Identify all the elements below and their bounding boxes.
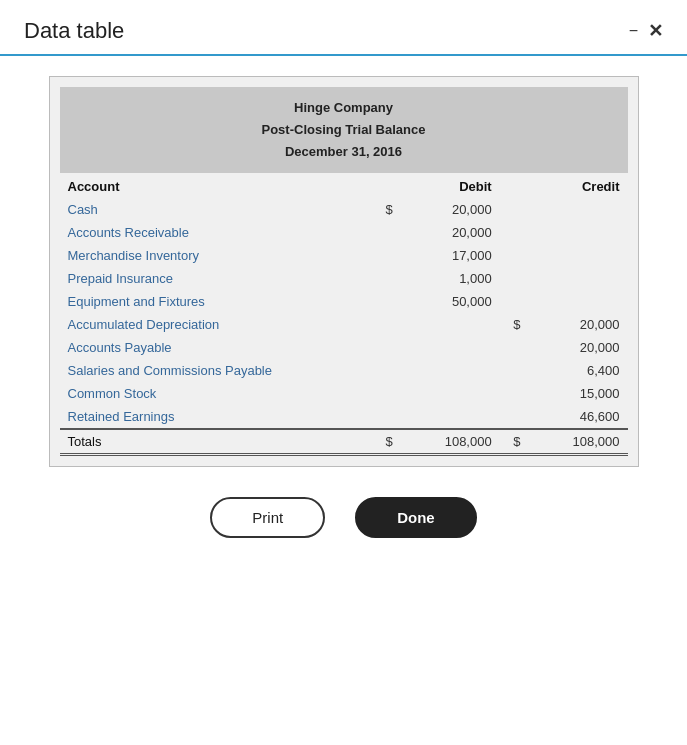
account-cell: Accounts Payable [60, 336, 372, 359]
account-cell: Prepaid Insurance [60, 267, 372, 290]
debit-dollar-cell [372, 290, 401, 313]
credit-dollar-cell [500, 221, 529, 244]
table-row: Accounts Receivable20,000 [60, 221, 628, 244]
account-cell: Accounts Receivable [60, 221, 372, 244]
credit-dollar-cell [500, 359, 529, 382]
credit-dollar-cell: $ [500, 313, 529, 336]
debit-value-cell [401, 336, 500, 359]
account-cell: Accumulated Depreciation [60, 313, 372, 336]
credit-value-cell [528, 267, 627, 290]
column-headers: Account Debit Credit [60, 173, 628, 198]
debit-value-cell [401, 313, 500, 336]
credit-dollar-header [500, 173, 529, 198]
table-row: Common Stock15,000 [60, 382, 628, 405]
account-cell: Retained Earnings [60, 405, 372, 429]
table-row: Accumulated Depreciation$20,000 [60, 313, 628, 336]
table-row: Prepaid Insurance1,000 [60, 267, 628, 290]
account-header: Account [60, 173, 372, 198]
debit-dollar-cell [372, 359, 401, 382]
close-button[interactable]: ✕ [648, 22, 663, 40]
done-button[interactable]: Done [355, 497, 477, 538]
credit-dollar-cell [500, 405, 529, 429]
debit-dollar-cell [372, 267, 401, 290]
company-name: Hinge Company [65, 97, 623, 119]
account-cell: Common Stock [60, 382, 372, 405]
credit-value-cell: 15,000 [528, 382, 627, 405]
account-cell: Salaries and Commissions Payable [60, 359, 372, 382]
debit-dollar-cell [372, 336, 401, 359]
debit-value-cell: 1,000 [401, 267, 500, 290]
credit-value-cell [528, 221, 627, 244]
credit-dollar-cell [500, 267, 529, 290]
debit-header: Debit [401, 173, 500, 198]
account-cell: Cash [60, 198, 372, 221]
account-cell: Equipment and Fixtures [60, 290, 372, 313]
account-cell: Merchandise Inventory [60, 244, 372, 267]
credit-dollar-cell [500, 336, 529, 359]
print-button[interactable]: Print [210, 497, 325, 538]
debit-dollar-cell [372, 244, 401, 267]
credit-value-cell [528, 290, 627, 313]
totals-row: Totals$108,000$108,000 [60, 429, 628, 455]
debit-value-cell: 50,000 [401, 290, 500, 313]
credit-dollar-cell [500, 198, 529, 221]
table-row: Accounts Payable20,000 [60, 336, 628, 359]
table-container: Hinge Company Post-Closing Trial Balance… [49, 76, 639, 467]
credit-value-cell [528, 244, 627, 267]
report-title: Post-Closing Trial Balance [65, 119, 623, 141]
credit-dollar-cell [500, 382, 529, 405]
debit-dollar-header [372, 173, 401, 198]
credit-value-cell: 46,600 [528, 405, 627, 429]
debit-value-cell [401, 382, 500, 405]
page-title: Data table [24, 18, 124, 44]
totals-credit-cell: 108,000 [528, 429, 627, 455]
title-bar: Data table − ✕ [0, 0, 687, 56]
debit-dollar-cell [372, 313, 401, 336]
credit-value-cell: 20,000 [528, 336, 627, 359]
table-row: Merchandise Inventory17,000 [60, 244, 628, 267]
table-row: Retained Earnings46,600 [60, 405, 628, 429]
totals-account-cell: Totals [60, 429, 372, 455]
data-table: Account Debit Credit Cash$20,000Accounts… [60, 173, 628, 456]
debit-value-cell [401, 405, 500, 429]
credit-dollar-cell [500, 244, 529, 267]
credit-value-cell [528, 198, 627, 221]
debit-value-cell: 17,000 [401, 244, 500, 267]
table-row: Salaries and Commissions Payable6,400 [60, 359, 628, 382]
debit-dollar-cell: $ [372, 198, 401, 221]
totals-debit-dollar-cell: $ [372, 429, 401, 455]
debit-dollar-cell [372, 405, 401, 429]
credit-value-cell: 20,000 [528, 313, 627, 336]
table-header: Hinge Company Post-Closing Trial Balance… [60, 87, 628, 173]
main-content: Hinge Company Post-Closing Trial Balance… [0, 56, 687, 558]
debit-dollar-cell [372, 382, 401, 405]
debit-value-cell: 20,000 [401, 221, 500, 244]
table-row: Equipment and Fixtures50,000 [60, 290, 628, 313]
debit-value-cell [401, 359, 500, 382]
totals-debit-cell: 108,000 [401, 429, 500, 455]
debit-value-cell: 20,000 [401, 198, 500, 221]
window-controls: − ✕ [629, 22, 663, 40]
minimize-button[interactable]: − [629, 23, 638, 39]
totals-credit-dollar-cell: $ [500, 429, 529, 455]
button-row: Print Done [210, 497, 476, 538]
credit-value-cell: 6,400 [528, 359, 627, 382]
debit-dollar-cell [372, 221, 401, 244]
credit-dollar-cell [500, 290, 529, 313]
report-date: December 31, 2016 [65, 141, 623, 163]
table-row: Cash$20,000 [60, 198, 628, 221]
credit-header: Credit [528, 173, 627, 198]
